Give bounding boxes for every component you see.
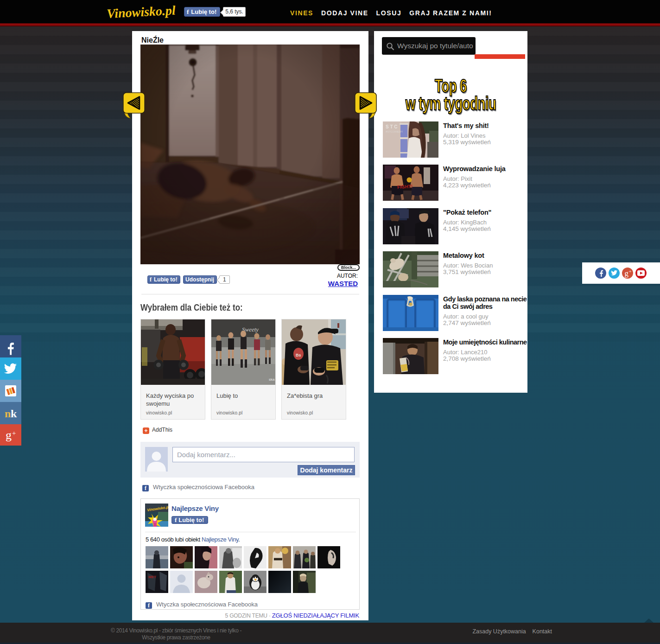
svg-text:n: n	[5, 408, 11, 420]
svg-text:+: +	[629, 268, 632, 274]
svg-text:k: k	[11, 408, 17, 420]
svg-text:MET: MET	[148, 575, 156, 579]
svg-text:ska: ska	[269, 377, 275, 382]
svg-text:+: +	[12, 429, 16, 437]
svg-text:Vinowisko.pl: Vinowisko.pl	[106, 3, 176, 21]
svg-text:S T C: S T C	[386, 124, 398, 129]
svg-text:Bs: Bs	[296, 353, 301, 357]
svg-text:#STCOMEDY: #STCOMEDY	[386, 130, 403, 133]
svg-text:FIGHT!: FIGHT!	[397, 184, 413, 190]
svg-text:g: g	[6, 428, 12, 442]
svg-text:g: g	[625, 269, 629, 278]
